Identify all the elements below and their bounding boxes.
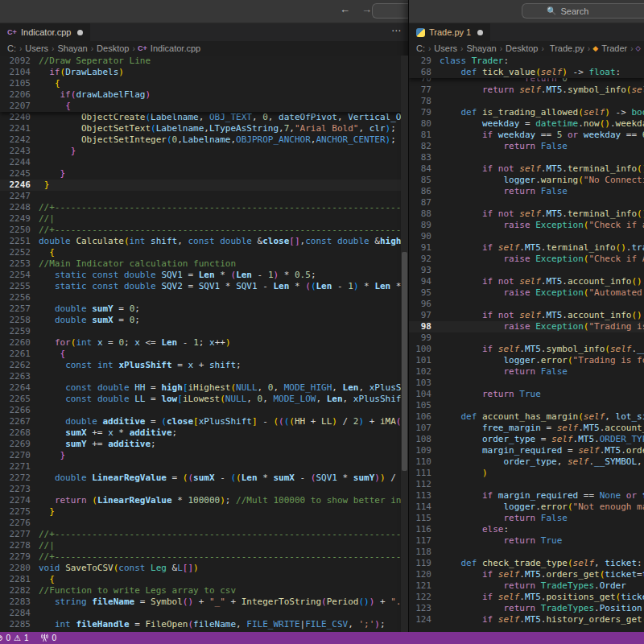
line-number[interactable]: 106 xyxy=(409,411,440,423)
line-number[interactable]: 2248 xyxy=(0,202,39,213)
line-number[interactable]: 111 xyxy=(409,468,440,479)
breadcrumb-item[interactable]: C: xyxy=(416,43,425,53)
line-number[interactable]: 2207 xyxy=(0,101,39,112)
code-line[interactable]: 2253//Main Indicator calculation functio… xyxy=(0,258,408,270)
breadcrumb-item[interactable]: Shayan xyxy=(466,43,496,53)
line-number[interactable]: 2105 xyxy=(0,78,39,89)
line-number[interactable]: 112 xyxy=(409,479,440,490)
line-number[interactable]: 123 xyxy=(409,603,440,614)
line-number[interactable]: 2247 xyxy=(0,191,39,202)
code-line[interactable]: 124 if self.MT5.history_orders_get(tic xyxy=(409,614,644,625)
code-line[interactable]: 97 if not self.MT5.account_info().tra xyxy=(409,310,644,321)
line-number[interactable]: 2285 xyxy=(0,619,39,630)
line-number[interactable]: 101 xyxy=(409,355,440,366)
code-line[interactable]: 2283 string fileName = Symbol() + "_" + … xyxy=(0,597,408,608)
line-number[interactable]: 91 xyxy=(409,242,440,254)
code-line[interactable]: 2241 ObjectSetText(Labelname,LTypeAsStri… xyxy=(0,123,408,134)
code-line[interactable]: 2266 xyxy=(0,405,408,416)
line-number[interactable]: 2245 xyxy=(0,168,39,180)
line-number[interactable]: 2206 xyxy=(0,89,39,101)
line-number[interactable]: 2251 xyxy=(0,236,39,247)
line-number[interactable]: 107 xyxy=(409,423,440,434)
code-line[interactable]: 100 if self.MT5.symbol_info(self.__SYM xyxy=(409,344,644,355)
code-line[interactable]: 2264 const double HH = high[iHighest(NUL… xyxy=(0,382,408,394)
line-number[interactable]: 2280 xyxy=(0,563,39,574)
tab-trade-py[interactable]: Trade.py 1 xyxy=(409,23,491,41)
code-line[interactable]: 102 return False xyxy=(409,366,644,378)
line-number[interactable]: 2252 xyxy=(0,247,39,258)
code-line[interactable]: 115 return False xyxy=(409,513,644,524)
line-number[interactable]: 2273 xyxy=(0,484,39,495)
breadcrumb-item[interactable]: Indicator.cpp xyxy=(151,43,200,53)
line-number[interactable]: 2271 xyxy=(0,461,39,473)
code-line[interactable]: 81 if weekday == 5 or weekday == 6: xyxy=(409,130,644,141)
line-number[interactable]: 114 xyxy=(409,502,440,513)
code-line[interactable]: 2285 int fileHandle = FileOpen(fileName,… xyxy=(0,619,408,630)
line-number[interactable]: 68 xyxy=(409,67,440,78)
line-number[interactable]: 81 xyxy=(409,130,440,141)
line-number[interactable]: 104 xyxy=(409,389,440,400)
code-line[interactable]: 118 xyxy=(409,547,644,558)
line-number[interactable]: 2257 xyxy=(0,303,39,315)
line-number[interactable]: 2283 xyxy=(0,597,39,608)
line-number[interactable]: 116 xyxy=(409,524,440,535)
line-number[interactable]: 2276 xyxy=(0,518,39,529)
code-line[interactable]: 2242 ObjectSetInteger(0,Labelname,OBJPRO… xyxy=(0,134,408,146)
code-editor[interactable]: 29class Trader:68 def tick_value(self) -… xyxy=(409,56,644,632)
code-line[interactable]: 2206 if(drawLabelFlag) xyxy=(0,89,408,101)
breadcrumb-item[interactable]: Trade.py xyxy=(550,43,584,53)
line-number[interactable]: 110 xyxy=(409,456,440,468)
line-number[interactable]: 2268 xyxy=(0,427,39,439)
code-line[interactable]: 120 if self.MT5.orders_get(ticket=tick xyxy=(409,569,644,580)
line-number[interactable]: 98 xyxy=(409,321,440,332)
code-line[interactable]: 2274 return (LinearRegValue * 100000); /… xyxy=(0,495,408,506)
code-line[interactable]: 2105 { xyxy=(0,78,408,89)
line-number[interactable]: 88 xyxy=(409,208,440,220)
code-line[interactable]: 114 logger.error("Not enough margi xyxy=(409,502,644,513)
code-line[interactable]: 2248//+---------------------------------… xyxy=(0,202,408,213)
line-number[interactable]: 2244 xyxy=(0,157,39,168)
code-line[interactable]: 95 raise Exception("Automated tra xyxy=(409,287,644,299)
code-line[interactable]: 2282//Function to write Legs array to cs… xyxy=(0,585,408,597)
code-line[interactable]: 2265 const double LL = low[iLowest(NULL,… xyxy=(0,394,408,405)
breadcrumb-item[interactable]: C: xyxy=(7,43,16,53)
line-number[interactable]: 2258 xyxy=(0,315,39,326)
line-number[interactable]: 70 xyxy=(409,78,440,85)
code-line[interactable]: 2259 xyxy=(0,326,408,337)
code-line[interactable]: 77 return self.MT5.symbol_info(self._ xyxy=(409,85,644,96)
line-number[interactable]: 2282 xyxy=(0,585,39,597)
code-line[interactable]: 121 return TradeTypes.Order xyxy=(409,580,644,592)
code-line[interactable]: 2255 static const double SQV2 = SQV1 * S… xyxy=(0,281,408,292)
back-icon[interactable]: ← xyxy=(340,3,350,15)
line-number[interactable]: 120 xyxy=(409,569,440,580)
code-line[interactable]: 94 if not self.MT5.account_info().tra xyxy=(409,276,644,287)
code-line[interactable]: 2275 } xyxy=(0,506,408,518)
code-line[interactable]: 107 free_margin = self.MT5.account_inf xyxy=(409,423,644,434)
code-line[interactable]: 103 xyxy=(409,378,644,389)
code-line[interactable]: 2257 double sumY = 0; xyxy=(0,303,408,315)
code-line[interactable]: 2258 double sumX = 0; xyxy=(0,315,408,326)
modified-dot-icon[interactable] xyxy=(77,30,83,35)
code-line[interactable]: 104 return True xyxy=(409,389,644,400)
code-line[interactable]: 2278//| | xyxy=(0,540,408,551)
line-number[interactable]: 2272 xyxy=(0,473,39,484)
code-line[interactable]: 2272 double LinearRegValue = ((sumX - ((… xyxy=(0,473,408,484)
line-number[interactable]: 79 xyxy=(409,107,440,118)
line-number[interactable]: 2241 xyxy=(0,123,39,134)
tab-indicator-cpp[interactable]: C+ Indicator.cpp xyxy=(0,23,91,41)
line-number[interactable]: 2275 xyxy=(0,506,39,518)
line-number[interactable]: 2270 xyxy=(0,450,39,461)
code-line[interactable]: 2284 xyxy=(0,608,408,619)
line-number[interactable]: 122 xyxy=(409,592,440,603)
forward-icon[interactable]: → xyxy=(361,3,372,15)
line-number[interactable]: 102 xyxy=(409,366,440,378)
code-line[interactable]: 85 logger.warning("No Connection" xyxy=(409,175,644,186)
code-line[interactable]: 88 if not self.MT5.terminal_info().tr xyxy=(409,208,644,220)
line-number[interactable]: 119 xyxy=(409,558,440,569)
code-line[interactable]: 79 def is_trading_allowed(self) -> bool: xyxy=(409,107,644,118)
line-number[interactable]: 94 xyxy=(409,276,440,287)
code-line[interactable]: 2280void SaveToCSV(const Leg &L[]) xyxy=(0,563,408,574)
line-number[interactable]: 2243 xyxy=(0,146,39,157)
line-number[interactable]: 84 xyxy=(409,163,440,175)
editor-actions-more-icon[interactable]: ⋯ xyxy=(391,25,402,36)
